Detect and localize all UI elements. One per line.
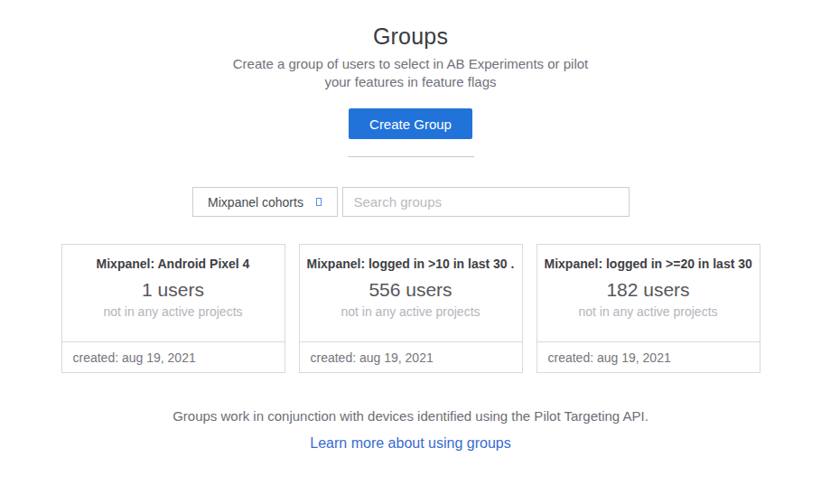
filter-controls: Mixpanel cohorts [192, 187, 630, 217]
group-card[interactable]: Mixpanel: Android Pixel 4 1 users not in… [61, 244, 285, 373]
footer-note: Groups work in conjunction with devices … [173, 408, 648, 424]
group-card[interactable]: Mixpanel: logged in >10 in last 30 ... 5… [299, 244, 523, 373]
group-card-status: not in any active projects [70, 304, 277, 319]
group-card-title: Mixpanel: logged in >10 in last 30 ... [307, 257, 515, 271]
search-groups-input[interactable] [342, 187, 630, 217]
cohort-source-dropdown[interactable]: Mixpanel cohorts [192, 187, 338, 217]
group-card[interactable]: Mixpanel: logged in >=20 in last 30... 1… [536, 244, 760, 373]
cohort-source-dropdown-label: Mixpanel cohorts [208, 195, 303, 210]
group-card-created: created: aug 19, 2021 [537, 341, 760, 372]
group-card-status: not in any active projects [307, 304, 515, 319]
group-card-created: created: aug 19, 2021 [300, 341, 522, 372]
group-card-body: Mixpanel: logged in >10 in last 30 ... 5… [300, 245, 522, 341]
group-cards: Mixpanel: Android Pixel 4 1 users not in… [61, 244, 760, 373]
create-group-button[interactable]: Create Group [349, 108, 472, 139]
group-card-status: not in any active projects [545, 304, 752, 319]
group-card-user-count: 556 users [307, 279, 515, 301]
page-subtitle: Create a group of users to select in AB … [230, 55, 592, 91]
group-card-body: Mixpanel: logged in >=20 in last 30... 1… [537, 245, 760, 341]
group-card-user-count: 182 users [545, 279, 752, 301]
group-card-created: created: aug 19, 2021 [62, 341, 285, 372]
learn-more-link[interactable]: Learn more about using groups [310, 435, 510, 452]
group-card-body: Mixpanel: Android Pixel 4 1 users not in… [62, 245, 285, 341]
divider [348, 156, 474, 157]
page-title: Groups [373, 23, 448, 50]
dropdown-caret-icon [316, 198, 322, 206]
group-card-title: Mixpanel: Android Pixel 4 [70, 257, 277, 271]
groups-page: Groups Create a group of users to select… [0, 0, 821, 504]
group-card-user-count: 1 users [70, 279, 277, 301]
group-card-title: Mixpanel: logged in >=20 in last 30... [545, 257, 752, 271]
